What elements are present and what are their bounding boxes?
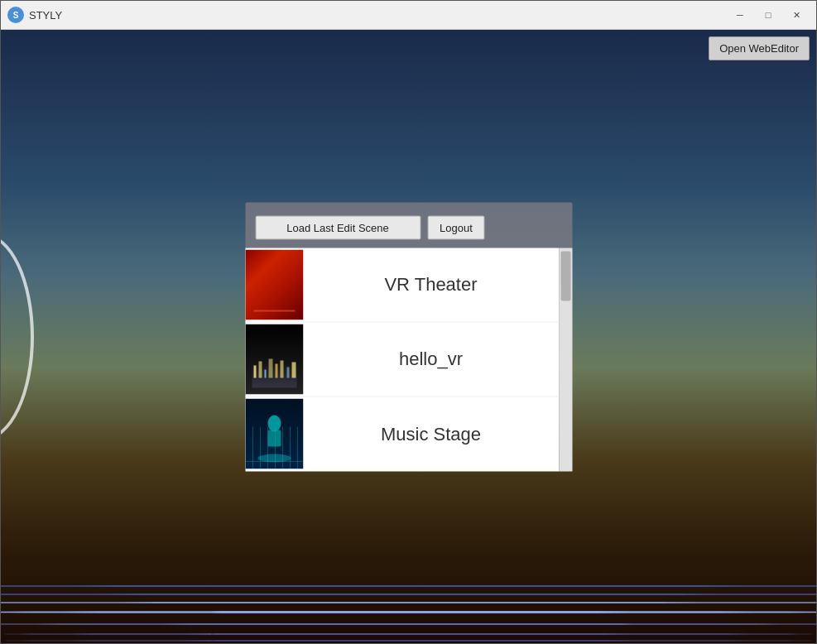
- maximize-button[interactable]: □: [755, 5, 781, 26]
- logout-button[interactable]: Logout: [427, 215, 485, 239]
- scene-select-modal: Load Last Edit Scene Logout VR Theater: [245, 202, 572, 471]
- thumbnail-image-hello-vr: [245, 324, 303, 394]
- open-webeditor-button[interactable]: Open WebEditor: [709, 36, 810, 60]
- main-content: Open WebEditor Load Last Edit Scene Logo…: [1, 30, 816, 643]
- scrollbar-thumb[interactable]: [560, 251, 570, 300]
- titlebar: S STYLY ─ □ ✕: [1, 1, 816, 30]
- scene-thumbnail-hello-vr: [245, 324, 303, 394]
- scrollbar-track[interactable]: [559, 248, 572, 471]
- left-decoration: [1, 233, 59, 440]
- horizon-line-2: [1, 594, 816, 595]
- window-controls: ─ □ ✕: [727, 5, 810, 26]
- app-window: S STYLY ─ □ ✕ Open W: [0, 0, 817, 644]
- svg-rect-0: [253, 365, 256, 377]
- app-title: STYLY: [29, 9, 727, 22]
- logo-text: S: [13, 11, 19, 20]
- city-lights-svg: [245, 324, 303, 394]
- svg-point-8: [267, 416, 281, 432]
- modal-header: Load Last Edit Scene Logout: [245, 202, 572, 248]
- scene-item-vr-theater[interactable]: VR Theater: [245, 248, 559, 322]
- minimize-button[interactable]: ─: [727, 5, 753, 26]
- scene-thumbnail-vr-theater: [245, 249, 303, 320]
- app-logo: S: [7, 7, 24, 23]
- scene-item-hello-vr[interactable]: hello_vr: [245, 322, 559, 396]
- svg-point-10: [257, 454, 291, 463]
- horizon-line-4: [1, 611, 816, 613]
- close-button[interactable]: ✕: [783, 5, 810, 26]
- svg-rect-5: [280, 360, 283, 377]
- scene-name-music-stage: Music Stage: [303, 423, 559, 445]
- horizon-line-3: [1, 602, 816, 603]
- horizon-line-6: [1, 633, 816, 635]
- thumbnail-image-music-stage: [245, 399, 303, 469]
- horizon-line-7: [1, 640, 816, 642]
- scene-thumbnail-music-stage: [245, 399, 303, 469]
- svg-rect-4: [275, 363, 277, 377]
- scene-list: VR Theater: [245, 248, 559, 471]
- svg-rect-3: [268, 358, 272, 377]
- horizon-line-5: [1, 623, 816, 625]
- horizon-lines: [1, 577, 816, 643]
- horizon-line-1: [1, 585, 816, 587]
- scene-name-hello-vr: hello_vr: [303, 348, 559, 370]
- svg-rect-7: [291, 362, 296, 377]
- svg-rect-2: [264, 369, 266, 377]
- scene-item-music-stage[interactable]: Music Stage: [245, 396, 559, 471]
- load-last-edit-button[interactable]: Load Last Edit Scene: [255, 215, 421, 239]
- music-stage-svg: [245, 399, 303, 469]
- decorative-arc: [1, 233, 34, 440]
- svg-rect-6: [286, 367, 289, 377]
- thumbnail-image-vr-theater: [245, 249, 303, 320]
- scene-name-vr-theater: VR Theater: [303, 274, 559, 296]
- scene-list-container: VR Theater: [245, 248, 572, 471]
- svg-rect-9: [267, 430, 281, 447]
- svg-rect-1: [258, 361, 262, 377]
